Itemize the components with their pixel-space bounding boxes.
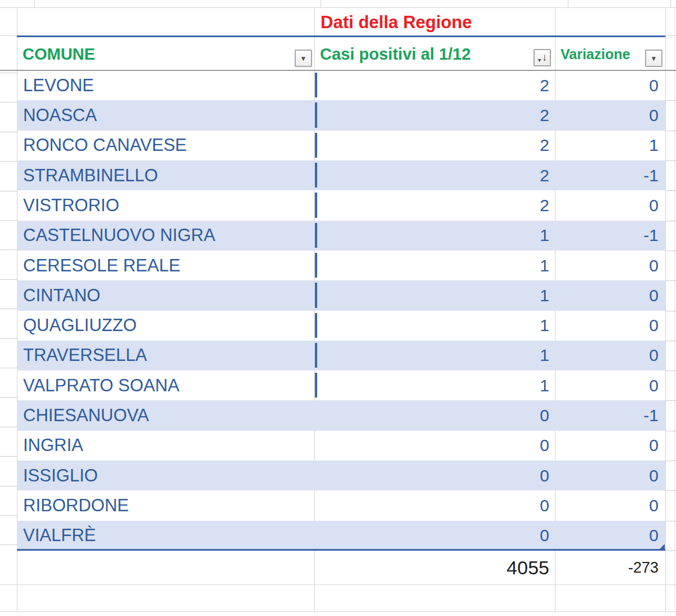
variazione-cell[interactable]: -1: [555, 221, 665, 251]
table-row: CASTELNUOVO NIGRA 1 -1: [0, 221, 676, 251]
table-row: RIBORDONE 0 0: [0, 490, 676, 520]
casi-value: 0: [540, 406, 549, 425]
comune-cell[interactable]: RONCO CANAVESE: [17, 131, 314, 160]
table-row: STRAMBINELLO 2 -1: [0, 160, 676, 190]
variazione-cell[interactable]: -1: [555, 400, 665, 430]
variazione-value: 0: [649, 346, 659, 365]
comune-cell[interactable]: CERESOLE REALE: [17, 251, 314, 280]
casi-value: 1: [540, 286, 549, 305]
gridline: [0, 611, 676, 612]
variazione-cell[interactable]: 0: [555, 190, 665, 220]
comune-cell[interactable]: LEVONE: [17, 70, 314, 100]
comune-cell[interactable]: VISTRORIO: [17, 190, 314, 220]
variazione-cell[interactable]: 0: [555, 371, 665, 400]
column-header-comune[interactable]: COMUNE: [17, 37, 314, 70]
variazione-value: 0: [649, 496, 659, 515]
casi-cell[interactable]: 2: [314, 131, 555, 160]
comune-cell[interactable]: NOASCA: [17, 100, 314, 130]
variazione-value: 0: [649, 466, 659, 485]
casi-cell[interactable]: 0: [314, 461, 555, 490]
comune-cell[interactable]: CINTANO: [17, 280, 314, 310]
casi-value: 0: [540, 436, 549, 455]
variazione-cell[interactable]: 0: [555, 100, 665, 130]
databar-icon: [315, 253, 317, 278]
variazione-cell[interactable]: 0: [555, 251, 665, 280]
casi-cell[interactable]: 1: [314, 341, 555, 371]
variazione-cell[interactable]: 0: [555, 280, 665, 310]
casi-value: 1: [540, 256, 549, 275]
casi-cell[interactable]: 2: [314, 160, 555, 190]
comune-name: RIBORDONE: [23, 496, 129, 516]
casi-cell[interactable]: 1: [314, 221, 555, 251]
casi-value: 1: [540, 346, 549, 365]
casi-value: 2: [540, 76, 549, 95]
comune-cell[interactable]: VIALFRÈ: [17, 521, 314, 551]
casi-cell[interactable]: 0: [314, 431, 555, 461]
casi-total-cell[interactable]: 4055: [314, 551, 555, 584]
dropdown-arrow-icon: ▼: [651, 55, 657, 62]
databar-icon: [315, 163, 317, 188]
comune-cell[interactable]: RIBORDONE: [17, 490, 314, 520]
table-row: ISSIGLIO 0 0: [0, 461, 676, 490]
databar-icon: [315, 373, 317, 398]
table-row: VALPRATO SOANA 1 0: [0, 371, 676, 400]
variazione-total-cell[interactable]: -273: [555, 551, 665, 584]
variazione-cell[interactable]: 0: [555, 490, 665, 520]
variazione-cell[interactable]: -1: [555, 160, 665, 190]
dropdown-arrow-icon: ▼: [300, 55, 307, 62]
casi-cell[interactable]: 2: [314, 70, 555, 100]
casi-cell[interactable]: 1: [314, 371, 555, 400]
variazione-cell[interactable]: 1: [555, 131, 665, 160]
variazione-cell[interactable]: 0: [555, 431, 665, 461]
comune-cell[interactable]: QUAGLIUZZO: [17, 311, 314, 341]
table-row: TRAVERSELLA 1 0: [0, 341, 676, 371]
column-header-casi-positivi[interactable]: Casi positivi al 1/12: [314, 37, 555, 70]
comune-name: VIALFRÈ: [23, 525, 96, 546]
comune-name: CINTANO: [23, 285, 100, 306]
variazione-cell[interactable]: 0: [555, 311, 665, 341]
comune-name: NOASCA: [23, 105, 97, 126]
variazione-value: 0: [649, 316, 659, 335]
table-row: CINTANO 1 0: [0, 280, 676, 310]
variazione-cell[interactable]: 0: [555, 70, 665, 100]
casi-cell[interactable]: 1: [314, 311, 555, 341]
table-row: NOASCA 2 0: [0, 100, 676, 130]
comune-cell[interactable]: TRAVERSELLA: [17, 341, 314, 371]
region-data-title: Dati della Regione: [314, 7, 555, 36]
comune-cell[interactable]: STRAMBINELLO: [17, 160, 314, 190]
casi-value: 1: [540, 316, 549, 335]
databar-icon: [315, 223, 317, 248]
spreadsheet: Dati della Regione COMUNE Casi positivi …: [0, 0, 676, 616]
variazione-value: 0: [649, 196, 659, 215]
casi-cell[interactable]: 1: [314, 280, 555, 310]
casi-cell[interactable]: 0: [314, 400, 555, 430]
comune-cell[interactable]: INGRIA: [17, 431, 314, 461]
table-body: LEVONE 2 0 NOASCA 2 0 RONCO CANAVESE 2 1…: [0, 70, 676, 551]
variazione-value: 0: [649, 76, 659, 95]
comune-cell[interactable]: CASTELNUOVO NIGRA: [17, 221, 314, 251]
variazione-value: -1: [643, 226, 659, 245]
databar-icon: [315, 283, 317, 307]
variazione-cell[interactable]: 0: [555, 461, 665, 490]
casi-cell[interactable]: 1: [314, 251, 555, 280]
variazione-filter-button[interactable]: ▼: [645, 50, 662, 67]
comune-filter-button[interactable]: ▼: [295, 50, 312, 67]
casi-cell[interactable]: 0: [314, 490, 555, 520]
databar-icon: [315, 102, 317, 127]
casi-cell[interactable]: 2: [314, 100, 555, 130]
comune-cell[interactable]: VALPRATO SOANA: [17, 371, 314, 400]
variazione-value: 0: [649, 436, 659, 455]
databar-icon: [315, 313, 317, 338]
casi-value: 0: [540, 466, 549, 485]
databar-icon: [315, 193, 317, 217]
comune-cell[interactable]: ISSIGLIO: [17, 461, 314, 490]
comune-cell[interactable]: CHIESANUOVA: [17, 400, 314, 430]
casi-value: 2: [540, 196, 549, 215]
table-row: LEVONE 2 0: [0, 70, 676, 100]
variazione-cell[interactable]: 0: [555, 341, 665, 371]
variazione-cell[interactable]: 0: [555, 521, 665, 551]
casi-sort-filter-button[interactable]: ▼ ↓: [533, 49, 551, 66]
casi-cell[interactable]: 2: [314, 190, 555, 220]
casi-cell[interactable]: 0: [314, 521, 555, 551]
gridline: [0, 584, 676, 585]
